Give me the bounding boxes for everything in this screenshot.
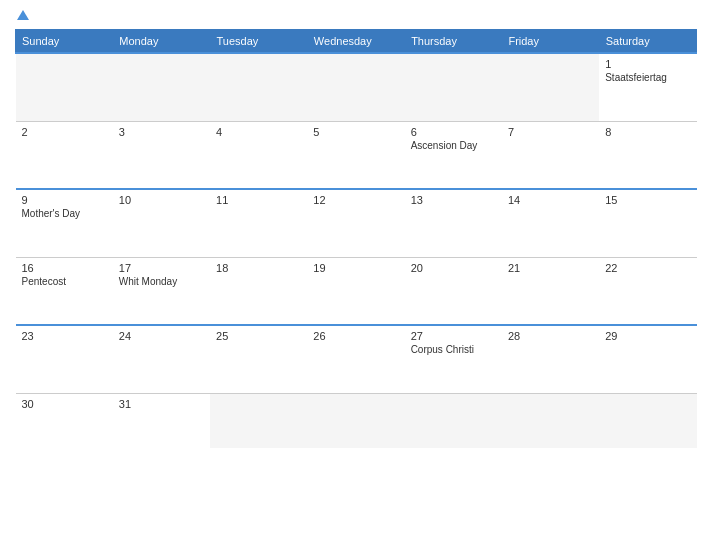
calendar-cell (307, 53, 404, 121)
weekday-header-tuesday: Tuesday (210, 30, 307, 54)
day-number: 2 (22, 126, 107, 138)
day-number: 12 (313, 194, 398, 206)
calendar-cell: 4 (210, 121, 307, 189)
day-number: 10 (119, 194, 204, 206)
calendar-cell: 16Pentecost (16, 257, 113, 325)
holiday-name: Ascension Day (411, 140, 496, 151)
calendar-cell: 27Corpus Christi (405, 325, 502, 393)
calendar-cell (16, 53, 113, 121)
calendar-cell: 26 (307, 325, 404, 393)
day-number: 16 (22, 262, 107, 274)
logo-blue-text (15, 10, 29, 21)
day-number: 6 (411, 126, 496, 138)
day-number: 29 (605, 330, 690, 342)
day-number: 21 (508, 262, 593, 274)
calendar-cell: 5 (307, 121, 404, 189)
calendar-cell: 18 (210, 257, 307, 325)
day-number: 27 (411, 330, 496, 342)
day-number: 11 (216, 194, 301, 206)
calendar-cell: 9Mother's Day (16, 189, 113, 257)
calendar-cell: 19 (307, 257, 404, 325)
weekday-header-monday: Monday (113, 30, 210, 54)
calendar-cell: 20 (405, 257, 502, 325)
holiday-name: Whit Monday (119, 276, 204, 287)
calendar-body: 1Staatsfeiertag23456Ascension Day789Moth… (16, 53, 697, 448)
header (15, 10, 697, 21)
day-number: 31 (119, 398, 204, 410)
weekday-header-sunday: Sunday (16, 30, 113, 54)
day-number: 24 (119, 330, 204, 342)
day-number: 30 (22, 398, 107, 410)
calendar-cell (405, 393, 502, 448)
calendar-cell: 22 (599, 257, 696, 325)
calendar-cell (502, 393, 599, 448)
holiday-name: Pentecost (22, 276, 107, 287)
calendar-cell (210, 393, 307, 448)
calendar-cell: 8 (599, 121, 696, 189)
calendar-cell: 1Staatsfeiertag (599, 53, 696, 121)
weekday-header-row: SundayMondayTuesdayWednesdayThursdayFrid… (16, 30, 697, 54)
calendar-cell: 11 (210, 189, 307, 257)
day-number: 17 (119, 262, 204, 274)
calendar-cell (502, 53, 599, 121)
calendar-cell: 7 (502, 121, 599, 189)
calendar-cell: 6Ascension Day (405, 121, 502, 189)
day-number: 14 (508, 194, 593, 206)
calendar-week-row: 16Pentecost17Whit Monday1819202122 (16, 257, 697, 325)
calendar-cell: 17Whit Monday (113, 257, 210, 325)
calendar-table: SundayMondayTuesdayWednesdayThursdayFrid… (15, 29, 697, 448)
day-number: 28 (508, 330, 593, 342)
calendar-cell: 15 (599, 189, 696, 257)
day-number: 3 (119, 126, 204, 138)
day-number: 20 (411, 262, 496, 274)
day-number: 23 (22, 330, 107, 342)
weekday-header-thursday: Thursday (405, 30, 502, 54)
calendar-cell (599, 393, 696, 448)
calendar-cell: 29 (599, 325, 696, 393)
calendar-cell: 21 (502, 257, 599, 325)
calendar-cell (113, 53, 210, 121)
calendar-cell: 23 (16, 325, 113, 393)
holiday-name: Staatsfeiertag (605, 72, 690, 83)
calendar-cell (405, 53, 502, 121)
day-number: 25 (216, 330, 301, 342)
calendar-page: SundayMondayTuesdayWednesdayThursdayFrid… (0, 0, 712, 550)
holiday-name: Corpus Christi (411, 344, 496, 355)
day-number: 5 (313, 126, 398, 138)
calendar-week-row: 9Mother's Day101112131415 (16, 189, 697, 257)
day-number: 7 (508, 126, 593, 138)
calendar-week-row: 3031 (16, 393, 697, 448)
calendar-cell: 12 (307, 189, 404, 257)
day-number: 9 (22, 194, 107, 206)
calendar-cell: 24 (113, 325, 210, 393)
calendar-cell: 31 (113, 393, 210, 448)
logo (15, 10, 29, 21)
calendar-week-row: 23456Ascension Day78 (16, 121, 697, 189)
calendar-cell: 28 (502, 325, 599, 393)
calendar-cell: 2 (16, 121, 113, 189)
calendar-cell: 25 (210, 325, 307, 393)
day-number: 15 (605, 194, 690, 206)
calendar-cell (307, 393, 404, 448)
calendar-cell: 14 (502, 189, 599, 257)
weekday-header-saturday: Saturday (599, 30, 696, 54)
calendar-header: SundayMondayTuesdayWednesdayThursdayFrid… (16, 30, 697, 54)
weekday-header-wednesday: Wednesday (307, 30, 404, 54)
calendar-week-row: 1Staatsfeiertag (16, 53, 697, 121)
calendar-cell: 30 (16, 393, 113, 448)
day-number: 1 (605, 58, 690, 70)
day-number: 8 (605, 126, 690, 138)
calendar-cell: 10 (113, 189, 210, 257)
day-number: 4 (216, 126, 301, 138)
calendar-cell: 3 (113, 121, 210, 189)
holiday-name: Mother's Day (22, 208, 107, 219)
day-number: 26 (313, 330, 398, 342)
calendar-cell (210, 53, 307, 121)
day-number: 13 (411, 194, 496, 206)
calendar-week-row: 2324252627Corpus Christi2829 (16, 325, 697, 393)
day-number: 18 (216, 262, 301, 274)
calendar-cell: 13 (405, 189, 502, 257)
weekday-header-friday: Friday (502, 30, 599, 54)
logo-triangle-icon (17, 10, 29, 20)
day-number: 19 (313, 262, 398, 274)
